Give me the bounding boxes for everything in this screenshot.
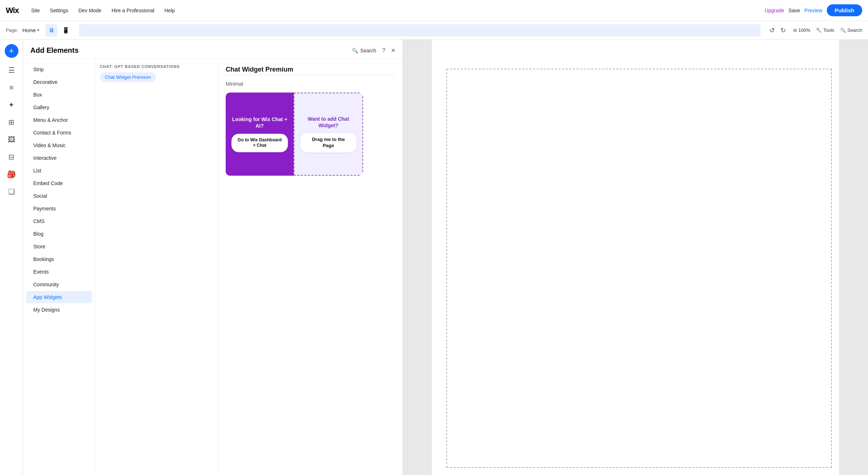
url-bar [79, 24, 760, 37]
panel-search-label: Search [360, 48, 376, 54]
chat-right-title: Want to add Chat Widget? [300, 116, 357, 129]
top-bar: Wix Site Settings Dev Mode Hire a Profes… [0, 0, 868, 21]
canvas-inner [432, 40, 839, 475]
nav-devmode[interactable]: Dev Mode [78, 6, 102, 15]
chevron-down-icon: ▾ [37, 28, 39, 33]
nav-item-events[interactable]: Events [26, 266, 92, 278]
add-elements-icon[interactable]: + [5, 44, 18, 58]
elements-nav: Strip Decorative Box Gallery Menu & Anch… [23, 59, 95, 475]
page-label: Page: [6, 27, 18, 33]
chat-left-button[interactable]: Go to Wix Dashboard > Chat [231, 134, 288, 152]
panel-content: Strip Decorative Box Gallery Menu & Anch… [23, 59, 403, 475]
add-elements-panel: Add Elements 🔍 Search ? × Strip Decorati… [23, 40, 403, 475]
nav-item-my-designs[interactable]: My Designs [26, 304, 92, 316]
section-label: CHAT: GPT BASED CONVERSATIONS [100, 64, 214, 69]
nav-item-community[interactable]: Community [26, 278, 92, 291]
chat-widget-preview[interactable]: Looking for Wix Chat + AI? Go to Wix Das… [226, 93, 363, 176]
nav-help[interactable]: Help [164, 6, 176, 15]
desktop-view-icon[interactable]: 🖥 [45, 24, 58, 37]
nav-item-strip[interactable]: Strip [26, 63, 92, 76]
nav-item-list[interactable]: List [26, 164, 92, 177]
nav-item-menu-anchor[interactable]: Menu & Anchor [26, 114, 92, 126]
second-bar: Page: Home ▾ 🖥 📱 ↺ ↻ ⊖ 100% 🔧 Tools 🔍 Se… [0, 21, 868, 40]
nav-settings[interactable]: Settings [49, 6, 69, 15]
nav-hire[interactable]: Hire a Professional [111, 6, 155, 15]
save-button[interactable]: Save [788, 8, 800, 13]
nav-item-embed-code[interactable]: Embed Code [26, 177, 92, 189]
preview-title: Chat Widget Premium [226, 66, 395, 73]
canvas-area [403, 40, 868, 475]
icon-sidebar: + ☰ ≡ ✦ ⊞ 🖼 ⊟ 🎒 ❑ [0, 40, 23, 475]
page-selector[interactable]: Home ▾ [22, 27, 39, 33]
panel-search-button[interactable]: 🔍 Search [352, 48, 376, 54]
elements-preview: Chat Widget Premium Minimal Looking for … [218, 59, 403, 475]
undo-button[interactable]: ↺ [768, 25, 776, 36]
search-button[interactable]: 🔍 Search [840, 27, 862, 33]
nav-item-interactive[interactable]: Interactive [26, 152, 92, 164]
nav-item-video-music[interactable]: Video & Music [26, 139, 92, 151]
sidebar-icon-image[interactable]: 🖼 [4, 132, 20, 147]
chat-widget-chip[interactable]: Chat Widget Premium [100, 72, 156, 82]
zoom-label: ⊖ 100% [793, 27, 810, 33]
chat-left-text: Looking for Wix Chat + AI? [231, 116, 288, 129]
panel-help-button[interactable]: ? [382, 47, 385, 54]
nav-item-payments[interactable]: Payments [26, 202, 92, 215]
preview-button[interactable]: Preview [804, 8, 822, 13]
nav-item-gallery[interactable]: Gallery [26, 101, 92, 114]
publish-button[interactable]: Publish [827, 4, 862, 16]
nav-item-contact-forms[interactable]: Contact & Forms [26, 127, 92, 139]
sidebar-icon-app[interactable]: ⊞ [4, 114, 20, 130]
nav-item-box[interactable]: Box [26, 89, 92, 101]
sidebar-icon-layers[interactable]: ❑ [4, 184, 20, 200]
tools-button[interactable]: 🔧 Tools [816, 27, 834, 33]
preview-subtitle: Minimal [226, 81, 395, 87]
nav-item-blog[interactable]: Blog [26, 228, 92, 240]
sidebar-icon-pages[interactable]: ☰ [4, 62, 20, 78]
nav-site[interactable]: Site [30, 6, 41, 15]
chat-right-panel[interactable]: Want to add Chat Widget? Drag me to the … [294, 93, 363, 176]
preview-divider [226, 75, 395, 75]
nav-item-app-widgets[interactable]: App Widgets [26, 291, 92, 303]
chat-left-panel: Looking for Wix Chat + AI? Go to Wix Das… [226, 93, 294, 176]
redo-button[interactable]: ↻ [779, 25, 787, 36]
panel-close-button[interactable]: × [391, 46, 395, 55]
canvas-dashed-box [446, 69, 832, 468]
chat-drag-label[interactable]: Drag me to the Page [300, 133, 357, 153]
panel-header: Add Elements 🔍 Search ? × [23, 40, 403, 59]
nav-item-cms[interactable]: CMS [26, 215, 92, 227]
sidebar-icon-bag[interactable]: 🎒 [4, 166, 20, 182]
nav-item-bookings[interactable]: Bookings [26, 253, 92, 265]
upgrade-button[interactable]: Upgrade [765, 8, 784, 13]
mobile-view-icon[interactable]: 📱 [60, 24, 72, 37]
main-layout: + ☰ ≡ ✦ ⊞ 🖼 ⊟ 🎒 ❑ Add Elements 🔍 Search … [0, 40, 868, 475]
sidebar-icon-design[interactable]: ✦ [4, 97, 20, 113]
panel-title: Add Elements [30, 46, 78, 55]
nav-item-store[interactable]: Store [26, 240, 92, 253]
nav-item-social[interactable]: Social [26, 190, 92, 202]
page-name: Home [22, 27, 36, 33]
nav-item-decorative[interactable]: Decorative [26, 76, 92, 88]
wix-logo: Wix [6, 6, 19, 15]
elements-middle: CHAT: GPT BASED CONVERSATIONS Chat Widge… [95, 59, 218, 475]
sidebar-icon-text[interactable]: ≡ [4, 80, 20, 95]
search-icon: 🔍 [352, 48, 358, 54]
sidebar-icon-table[interactable]: ⊟ [4, 149, 20, 165]
